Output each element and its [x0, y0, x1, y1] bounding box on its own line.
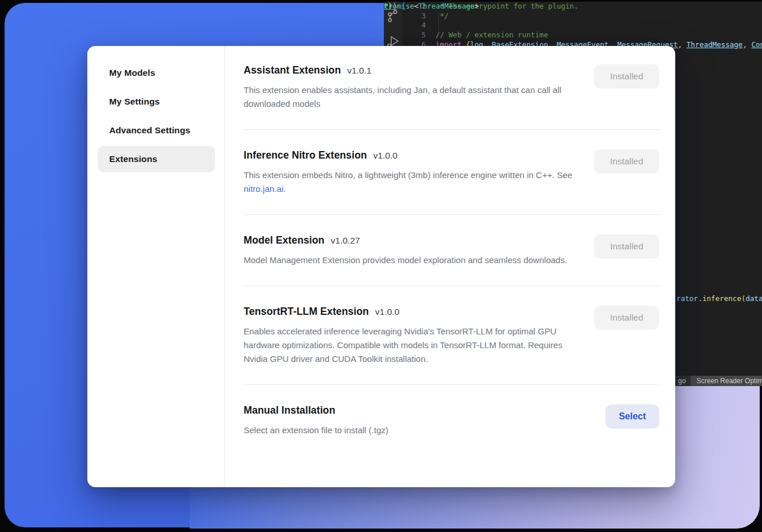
extension-version: v1.0.0	[374, 151, 398, 161]
code-fragment: t}`	[384, 2, 397, 11]
manual-installation-row: Manual Installation Select an extension …	[244, 385, 659, 456]
screen-reader-optimized-item[interactable]: Screen Reader Optimized	[691, 376, 762, 386]
extension-description: This extension embeds Nitro, a lightweig…	[244, 168, 580, 196]
manual-installation-title: Manual Installation	[244, 404, 335, 417]
extension-description: Model Management Extension provides mode…	[244, 253, 580, 267]
manual-installation-description: Select an extension file to install (.tg…	[244, 423, 580, 437]
extension-title: TensortRT-LLM Extension	[244, 306, 369, 318]
sidebar-item-extensions[interactable]: Extensions	[98, 146, 215, 172]
extension-description: This extension enables assistants, inclu…	[244, 83, 580, 111]
extension-version: v1.0.1	[347, 65, 371, 76]
extension-row-tensorrt-llm: TensortRT-LLM Extension v1.0.0 Enables a…	[244, 286, 659, 385]
settings-modal: My Models My Settings Advanced Settings …	[87, 46, 675, 487]
code-fragment: rator.inference(data));	[676, 294, 762, 304]
extension-version: v1.0.27	[331, 236, 360, 246]
installed-button[interactable]: Installed	[594, 234, 659, 259]
extensions-list: Assistant Extension v1.0.1 This extensio…	[225, 46, 675, 487]
installed-button[interactable]: Installed	[594, 64, 659, 88]
installed-button[interactable]: Installed	[594, 149, 659, 174]
extension-text: Assistant Extension v1.0.1 This extensio…	[244, 64, 580, 111]
extension-version: v1.0.0	[375, 307, 399, 317]
extension-text: Manual Installation Select an extension …	[244, 404, 580, 437]
sidebar-item-my-models[interactable]: My Models	[98, 60, 215, 86]
extension-description: Enables accelerated inference leveraging…	[244, 325, 580, 366]
description-text: This extension embeds Nitro, a lightweig…	[244, 170, 572, 180]
extension-title: Assistant Extension	[244, 64, 341, 76]
nitro-jan-ai-link[interactable]: nitro.jan.ai.	[244, 184, 286, 194]
code-line: 4	[402, 21, 762, 30]
select-file-button[interactable]: Select	[606, 404, 659, 429]
status-bar-left-text: go	[678, 376, 686, 386]
extension-text: Inference Nitro Extension v1.0.0 This ex…	[244, 149, 580, 196]
extension-row-model: Model Extension v1.0.27 Model Management…	[244, 215, 659, 286]
extension-title: Inference Nitro Extension	[244, 149, 367, 161]
extension-text: Model Extension v1.0.27 Model Management…	[244, 234, 580, 267]
extension-row-inference-nitro: Inference Nitro Extension v1.0.0 This ex…	[244, 130, 659, 215]
sidebar-item-my-settings[interactable]: My Settings	[98, 88, 215, 115]
extension-row-assistant: Assistant Extension v1.0.1 This extensio…	[244, 46, 659, 130]
sidebar-item-advanced-settings[interactable]: Advanced Settings	[98, 117, 215, 144]
code-line: 5// Web / extension runtime	[402, 30, 762, 40]
desktop-screenshot: 2 * The entrypoint for the plugin.3 */45…	[0, 0, 762, 532]
extension-title: Model Extension	[244, 234, 325, 246]
settings-sidebar: My Models My Settings Advanced Settings …	[87, 46, 225, 487]
installed-button[interactable]: Installed	[594, 306, 659, 330]
code-line: 3 */	[402, 11, 762, 21]
extension-text: TensortRT-LLM Extension v1.0.0 Enables a…	[244, 306, 580, 366]
